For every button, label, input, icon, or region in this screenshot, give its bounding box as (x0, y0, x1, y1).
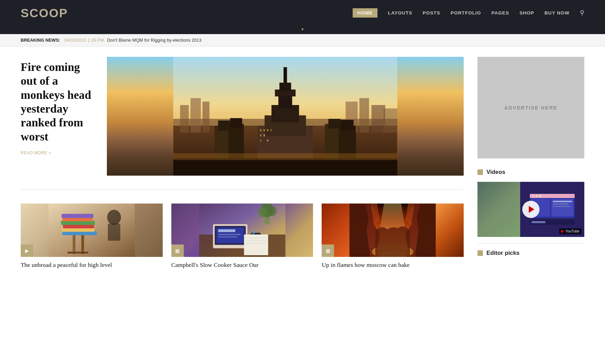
featured-article: Fire coming out of a monkeys head yester… (21, 57, 464, 190)
svg-point-74 (539, 195, 541, 197)
svg-point-45 (107, 210, 121, 225)
card-3-image: ▦ (322, 204, 464, 257)
video-icon: ▶ (25, 248, 29, 254)
ad-block[interactable]: ADVERTISE HERE (477, 57, 584, 158)
svg-rect-13 (279, 95, 292, 108)
read-more-link[interactable]: READ MORE » (21, 150, 97, 155)
main-container: Fire coming out of a monkeys head yester… (0, 46, 605, 280)
card-3-icon-badge: ▦ (322, 245, 334, 257)
nav-item-buynow[interactable]: BUY NOW (545, 10, 569, 15)
svg-rect-23 (260, 139, 262, 142)
svg-rect-54 (218, 236, 237, 238)
nav-item-shop[interactable]: SHOP (520, 10, 534, 15)
card-3-title: Up in flames how moscow can bake (322, 261, 464, 269)
youtube-label: YouTube (565, 229, 579, 233)
breaking-news-text: Don't Blame MQM for Rigging by-elections… (107, 38, 201, 43)
nav-item-layouts[interactable]: LAYOUTS (388, 10, 412, 15)
svg-rect-46 (108, 223, 120, 241)
svg-point-73 (536, 195, 538, 197)
play-arrow-icon (529, 206, 534, 213)
card-2-icon-badge: ▦ (171, 245, 184, 257)
svg-rect-52 (218, 229, 235, 232)
youtube-logo: ▶ (561, 229, 564, 233)
breaking-news-date: 04/03/2015 1:26 PM (64, 38, 104, 43)
svg-rect-58 (244, 235, 268, 255)
svg-rect-9 (384, 108, 397, 133)
card-1-title: The unbroad a peaceful for high level (21, 261, 163, 269)
play-button[interactable] (522, 201, 540, 218)
editor-picks-label: Editor picks (486, 250, 520, 257)
svg-rect-20 (271, 129, 272, 131)
card-1-icon-badge: ▶ (21, 245, 33, 257)
videos-section-label: Videos (486, 169, 505, 176)
svg-rect-26 (218, 121, 230, 131)
svg-rect-18 (264, 129, 265, 131)
svg-rect-4 (191, 98, 201, 133)
svg-rect-19 (267, 129, 269, 131)
card-2-image: ▦ (171, 204, 313, 257)
card-3: ▦ Up in flames how moscow can bake (322, 204, 464, 269)
svg-rect-44 (68, 252, 88, 253)
svg-rect-53 (218, 234, 241, 235)
card-2: ▦ Campbell's Slow Cooker Sauce Our (171, 204, 313, 269)
cards-row: ▶ The unbroad a peaceful for high level (21, 204, 464, 269)
featured-image (107, 57, 464, 176)
svg-rect-34 (173, 153, 397, 160)
svg-rect-33 (173, 158, 397, 176)
svg-rect-3 (180, 105, 189, 133)
svg-rect-30 (329, 119, 341, 128)
svg-rect-5 (203, 102, 210, 133)
svg-rect-7 (360, 98, 369, 133)
nav-item-home[interactable]: HOME (353, 8, 378, 18)
videos-section-header: Videos (477, 169, 584, 176)
main-nav: HOME LAYOUTS POSTS PORTFOLIO PAGES SHOP … (353, 8, 584, 18)
site-logo[interactable]: SCOOP (21, 6, 68, 20)
editor-picks-section-icon (477, 250, 483, 256)
svg-rect-22 (264, 134, 265, 136)
ad-text: ADVERTISE HERE (504, 105, 557, 111)
youtube-badge: ▶ YouTube (559, 228, 582, 234)
svg-rect-41 (62, 214, 93, 218)
svg-rect-21 (260, 134, 262, 136)
svg-rect-79 (553, 206, 570, 207)
site-header: SCOOP HOME LAYOUTS POSTS PORTFOLIO PAGES… (0, 0, 605, 34)
nav-item-pages[interactable]: PAGES (491, 10, 509, 15)
card-1-image: ▶ (21, 204, 163, 257)
featured-title: Fire coming out of a monkeys head yester… (21, 60, 97, 144)
nav-item-portfolio[interactable]: PORTFOLIO (451, 10, 481, 15)
svg-rect-77 (553, 201, 572, 202)
editor-picks-section-header: Editor picks (477, 250, 584, 257)
svg-rect-32 (341, 120, 354, 130)
content-area: Fire coming out of a monkeys head yester… (21, 57, 464, 269)
svg-rect-24 (267, 139, 269, 142)
svg-point-72 (532, 195, 534, 197)
svg-rect-28 (230, 118, 242, 128)
svg-rect-78 (553, 204, 568, 205)
svg-rect-8 (372, 105, 385, 133)
nav-dropdown-arrow[interactable]: ▼ (301, 27, 304, 31)
sidebar-divider (477, 243, 584, 243)
nav-item-posts[interactable]: POSTS (423, 10, 440, 15)
svg-point-65 (268, 206, 276, 216)
svg-rect-81 (532, 221, 545, 223)
sidebar: ADVERTISE HERE Videos (477, 57, 584, 269)
video-bg-left (477, 182, 520, 237)
image-icon: ▦ (326, 248, 330, 254)
video-thumbnail[interactable]: ▶ YouTube (477, 182, 584, 237)
breaking-news-bar: BREAKING NEWS: 04/03/2015 1:26 PM Don't … (0, 34, 605, 46)
card-2-title: Campbell's Slow Cooker Sauce Our (171, 261, 313, 269)
search-icon[interactable]: ⚲ (580, 9, 584, 17)
card-1: ▶ The unbroad a peaceful for high level (21, 204, 163, 269)
svg-rect-43 (81, 235, 84, 254)
gallery-icon: ▦ (175, 248, 180, 254)
videos-section-icon (477, 169, 483, 175)
svg-point-64 (258, 207, 266, 217)
featured-text: Fire coming out of a monkeys head yester… (21, 57, 97, 155)
svg-rect-42 (73, 235, 75, 254)
svg-rect-16 (280, 83, 291, 91)
svg-rect-17 (260, 129, 262, 131)
breaking-news-label: BREAKING NEWS: (21, 38, 60, 43)
